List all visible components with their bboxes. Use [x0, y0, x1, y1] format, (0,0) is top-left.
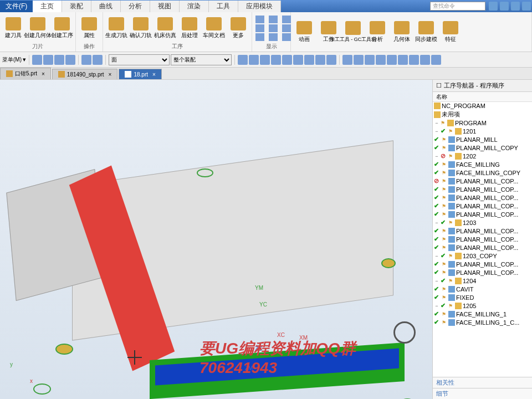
tb-icon[interactable] [249, 55, 259, 65]
tb-icon[interactable] [271, 55, 281, 65]
tree-node[interactable]: ✔⚑PLANAR_MILL_COP... [433, 235, 532, 243]
tree-node[interactable]: ✔⚑PLANAR_MILL_COP... [433, 210, 532, 218]
sel-icon[interactable] [65, 55, 75, 65]
help-icon[interactable] [522, 2, 531, 11]
panel-header[interactable]: ☐工序导航器 - 程序顺序 [433, 80, 532, 92]
tree-node[interactable]: ✔⚑FACE_MILLING_COPY [433, 168, 532, 177]
ribbon-tab-curve[interactable]: 曲线 [91, 1, 121, 12]
column-header[interactable]: 名称 [433, 92, 532, 102]
tree-node[interactable]: ✔⚑PLANAR_MILL_COP... [433, 185, 532, 193]
tree-node[interactable]: −✔⚑1201 [433, 127, 532, 135]
feature-button[interactable]: 特征 [441, 21, 461, 43]
tb-icon[interactable] [293, 55, 303, 65]
sel-icon[interactable] [54, 55, 64, 65]
disp-icon[interactable] [282, 33, 291, 41]
ribbon-tab-tools[interactable]: 工具 [209, 1, 238, 12]
sel-icon[interactable] [93, 55, 103, 65]
tree-node[interactable]: ✔⚑CAVIT [433, 285, 532, 293]
tree-node[interactable]: −✔⚑1205 [433, 301, 532, 310]
tree-node[interactable]: −⊘⚑1202 [433, 152, 532, 160]
tree-node[interactable]: ⊘⚑PLANAR_MILL_COP... [433, 177, 532, 185]
tree-node[interactable]: NC_PROGRAM [433, 102, 532, 110]
file-tab[interactable]: 181490_stp.prt× [52, 69, 118, 79]
tree-node[interactable]: ✔⚑PLANAR_MILL_COP... [433, 243, 532, 252]
create-operation-button[interactable]: 创建工序 [52, 17, 72, 39]
tb-icon[interactable] [282, 55, 292, 65]
disp-icon[interactable] [269, 24, 278, 32]
create-tool-button[interactable]: 建刀具 [3, 17, 23, 39]
ribbon-tab-render[interactable]: 渲染 [180, 1, 209, 12]
sel-icon[interactable] [43, 55, 53, 65]
tb-icon[interactable] [326, 55, 336, 65]
close-icon[interactable]: × [152, 71, 156, 78]
search-icon[interactable] [489, 2, 498, 11]
tb-icon[interactable] [387, 55, 397, 65]
details-section[interactable]: 细节 [433, 388, 532, 399]
tree-node[interactable]: ✔⚑FACE_MILLING_1 [433, 310, 532, 318]
tree-node[interactable]: ✔⚑FACE_MILLING [433, 160, 532, 168]
view-triad[interactable]: x y [4, 361, 38, 395]
tb-icon[interactable] [354, 55, 364, 65]
generate-toolpath-button[interactable]: 生成刀轨 [106, 17, 126, 39]
tb-icon[interactable] [365, 55, 375, 65]
tree-node[interactable]: ✔⚑PLANAR_MILL_COP... [433, 202, 532, 210]
tb-icon[interactable] [342, 55, 352, 65]
tree-node[interactable]: −✔⚑1203_COPY [433, 252, 532, 260]
tb-icon[interactable] [398, 55, 408, 65]
properties-button[interactable]: 属性 [79, 17, 99, 39]
tb-icon[interactable] [431, 55, 441, 65]
shop-doc-button[interactable]: 车间文档 [204, 17, 224, 39]
tree-node[interactable]: ✔⚑PLANAR_MILL [433, 135, 532, 144]
command-search[interactable]: 查找命令 [430, 2, 485, 11]
create-geometry-button[interactable]: 创建几何体 [28, 17, 48, 39]
tb-icon[interactable] [260, 55, 270, 65]
tb-icon[interactable] [409, 55, 419, 65]
ribbon-tab-app[interactable]: 应用模块 [238, 1, 281, 12]
operation-tree[interactable]: NC_PROGRAM未用项−⚑PROGRAM−✔⚑1201✔⚑PLANAR_MI… [433, 102, 532, 377]
disp-icon[interactable] [255, 33, 264, 41]
disp-icon[interactable] [269, 33, 278, 41]
ribbon-tab-view[interactable]: 视图 [150, 1, 180, 12]
tree-node[interactable]: −✔⚑1203 [433, 218, 532, 227]
sel-icon[interactable] [81, 55, 91, 65]
tree-node[interactable]: ✔⚑PLANAR_MILL_COP... [433, 227, 532, 235]
minimize-icon[interactable] [511, 2, 520, 11]
gc-toolbox-button[interactable]: 加工工具 - GC工具箱 [343, 21, 363, 43]
disp-icon[interactable] [255, 24, 264, 32]
close-icon[interactable]: × [42, 71, 45, 77]
file-tab[interactable]: 口钳5.prt× [0, 68, 51, 79]
tree-node[interactable]: 未用项 [433, 110, 532, 119]
tree-node[interactable]: ✔⚑PLANAR_MILL_COPY [433, 144, 532, 152]
sel-icon[interactable] [32, 55, 42, 65]
disp-icon[interactable] [282, 16, 291, 23]
sync-model-button[interactable]: 同步建模 [416, 21, 436, 43]
ribbon-tab-assembly[interactable]: 装配 [62, 1, 91, 12]
disp-icon[interactable] [255, 16, 264, 23]
ribbon-tab-home[interactable]: 主页 [33, 1, 62, 12]
filter-scope-select[interactable]: 整个装配 [171, 54, 232, 65]
verify-toolpath-button[interactable]: 确认刀轨 [131, 17, 151, 39]
tree-node[interactable]: ✔⚑PLANAR_MILL_COP... [433, 260, 532, 268]
disp-icon[interactable] [269, 16, 278, 23]
disp-icon[interactable] [282, 24, 291, 32]
machine-sim-button[interactable]: 机床仿真 [155, 17, 175, 39]
filter-type-select[interactable]: 面 [109, 54, 170, 65]
geometry-button[interactable]: 几何体 [392, 21, 412, 43]
tb-icon[interactable] [420, 55, 430, 65]
ribbon-tab-analysis[interactable]: 分析 [121, 1, 150, 12]
tree-node[interactable]: ✔⚑FACE_MILLING_1_C... [433, 318, 532, 326]
tb-icon[interactable] [238, 55, 248, 65]
tree-node[interactable]: −⚑PROGRAM [433, 119, 532, 127]
file-tab[interactable]: 18.prt× [119, 69, 161, 79]
close-icon[interactable]: × [109, 71, 112, 78]
animation-button[interactable]: 动画 [294, 21, 314, 43]
more-button[interactable]: 更多 [228, 17, 248, 39]
3d-viewport[interactable]: YM YC XC XM ZC ZM x y 要UG编程资料加QQ群7062419… [0, 80, 432, 399]
tree-node[interactable]: −✔⚑1204 [433, 277, 532, 285]
tree-node[interactable]: ✔⚑FIXED [433, 293, 532, 301]
window-icon[interactable] [500, 2, 509, 11]
dependency-section[interactable]: 相关性 [433, 377, 532, 388]
file-menu[interactable]: 文件(F) [0, 1, 33, 12]
tree-node[interactable]: ✔⚑PLANAR_MILL_COP... [433, 268, 532, 277]
menu-button[interactable]: 菜单(M) [2, 56, 22, 64]
